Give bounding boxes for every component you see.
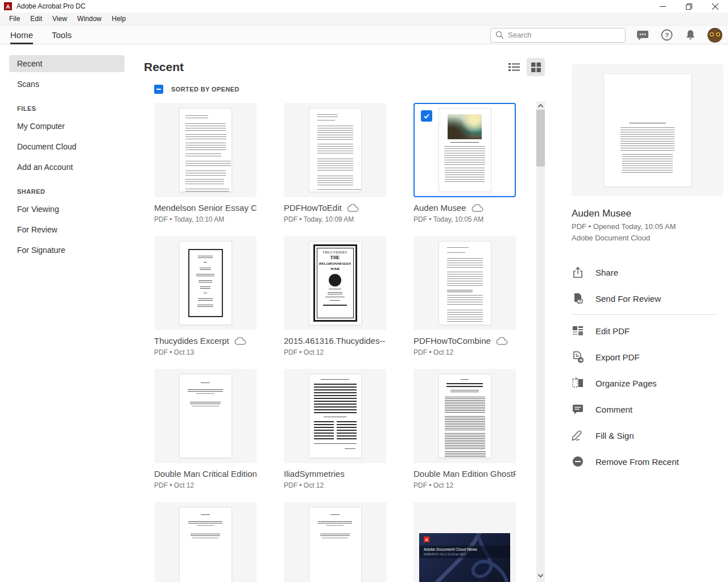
- help-icon[interactable]: ?: [660, 28, 673, 42]
- sidebar-header-files: FILES: [17, 105, 135, 112]
- file-name[interactable]: Double Man Critical Edition ...: [154, 469, 257, 479]
- menu-window[interactable]: Window: [72, 13, 107, 24]
- action-label: Organize Pages: [595, 379, 657, 388]
- action-label: Fill & Sign: [595, 431, 634, 440]
- menu-help[interactable]: Help: [107, 13, 131, 24]
- file-card-auden-musee: Auden Musee PDF • Today, 10:05 AM: [413, 103, 516, 223]
- news-subtitle: EMBARGO: Oct 2 12:00 am EDT: [424, 552, 510, 556]
- sidebar-item-document-cloud[interactable]: Document Cloud: [9, 138, 125, 155]
- sidebar-item-for-review[interactable]: For Review: [9, 221, 125, 238]
- file-preview: [572, 64, 723, 196]
- grid-view-button[interactable]: [527, 58, 545, 76]
- file-meta: PDF • Oct 12: [284, 481, 386, 489]
- cloud-icon: [496, 337, 508, 345]
- sidebar-item-for-viewing[interactable]: For Viewing: [9, 201, 125, 218]
- cloud-icon: [347, 204, 359, 212]
- sidebar-item-recent[interactable]: Recent: [9, 55, 125, 72]
- acrobat-window: Adobe Acrobat Pro DC File Edit View Wind…: [0, 0, 728, 582]
- file-thumbnail[interactable]: [284, 502, 386, 582]
- painting-thumbnail: [448, 114, 482, 139]
- file-name[interactable]: Thucydides Excerpt: [154, 336, 229, 346]
- file-thumbnail[interactable]: [154, 236, 257, 330]
- file-name[interactable]: IliadSymmetries: [284, 469, 345, 479]
- file-name[interactable]: PDFHowToCombine: [413, 336, 491, 346]
- restore-button[interactable]: [676, 0, 702, 13]
- cloud-icon: [234, 337, 246, 345]
- file-name[interactable]: Double Man Edition GhostP: [413, 469, 516, 479]
- file-name[interactable]: PDFHowToEdit: [284, 203, 342, 213]
- adobe-logo: [424, 537, 429, 542]
- scrollbar-thumb[interactable]: [536, 110, 545, 167]
- menu-view[interactable]: View: [47, 13, 72, 24]
- file-card-thucydides-excerpt: Thucydides Excerpt PDF • Oct 13: [154, 236, 257, 356]
- remove-from-recent-icon: [572, 456, 584, 467]
- user-avatar[interactable]: [708, 28, 722, 43]
- file-thumbnail[interactable]: [284, 103, 386, 197]
- svg-text:?: ?: [665, 32, 669, 39]
- file-thumbnail[interactable]: [413, 236, 516, 330]
- file-thumbnail[interactable]: [154, 369, 257, 463]
- sidebar: Recent Scans FILES My Computer Document …: [0, 44, 135, 582]
- file-thumbnail[interactable]: Adobe Document Cloud News EMBARGO: Oct 2…: [413, 502, 516, 582]
- sidebar-item-my-computer[interactable]: My Computer: [9, 118, 125, 135]
- news-title: Adobe Document Cloud News: [424, 547, 510, 551]
- menu-edit[interactable]: Edit: [25, 13, 47, 24]
- indeterminate-icon: [156, 86, 162, 92]
- action-edit-pdf[interactable]: Edit PDF: [572, 318, 723, 344]
- file-thumbnail[interactable]: [284, 369, 386, 463]
- scroll-down-arrow[interactable]: [536, 571, 545, 580]
- sidebar-item-for-signature[interactable]: For Signature: [9, 242, 125, 259]
- tab-tools[interactable]: Tools: [52, 26, 72, 44]
- grid-view-icon: [531, 63, 541, 72]
- list-view-button[interactable]: [505, 58, 523, 76]
- file-card-double-man-ghostp: Double Man Edition GhostP PDF • Oct 12: [413, 369, 516, 489]
- file-name[interactable]: 2015.461316.Thucydides--: [284, 336, 385, 346]
- sidebar-header-shared: SHARED: [17, 188, 135, 195]
- file-card-partial-1: [154, 502, 257, 582]
- details-meta: PDF • Opened Today, 10:05 AM: [572, 222, 723, 231]
- file-thumbnail[interactable]: [154, 103, 257, 197]
- sidebar-item-scans[interactable]: Scans: [9, 76, 125, 93]
- action-list: Share Send For Review Edit PDF: [572, 259, 723, 475]
- file-card-document-cloud-news: Adobe Document Cloud News EMBARGO: Oct 2…: [413, 502, 516, 582]
- action-share[interactable]: Share: [572, 259, 723, 285]
- recent-files-panel: Recent SORTED BY OPENED: [135, 44, 545, 582]
- file-thumbnail[interactable]: [154, 502, 257, 582]
- cover-line-2: THE: [315, 255, 355, 260]
- fill-sign-icon: [572, 430, 584, 441]
- news-banner: Adobe Document Cloud News EMBARGO: Oct 2…: [419, 533, 510, 582]
- sidebar-item-add-account[interactable]: Add an Account: [9, 159, 125, 176]
- feedback-chat-icon[interactable]: [636, 28, 650, 42]
- action-label: Edit PDF: [595, 326, 630, 336]
- action-fill-sign[interactable]: Fill & Sign: [572, 422, 723, 448]
- file-thumbnail-selected[interactable]: [413, 103, 516, 197]
- file-name[interactable]: Mendelson Senior Essay Co...: [154, 203, 257, 213]
- acrobat-app-icon: [4, 2, 12, 10]
- file-meta: PDF • Oct 12: [413, 348, 516, 356]
- select-all-checkbox[interactable]: [154, 85, 163, 94]
- file-card-partial-2: [284, 502, 386, 582]
- action-export-pdf[interactable]: Export PDF: [572, 344, 723, 370]
- action-organize-pages[interactable]: Organize Pages: [572, 370, 723, 396]
- file-thumbnail[interactable]: [413, 369, 516, 463]
- file-thumbnail[interactable]: THUCYDIDES THE PELOPONNESIAN WAR: [284, 236, 386, 330]
- scroll-up-arrow[interactable]: [536, 101, 545, 110]
- cover-line-1: THUCYDIDES: [315, 251, 355, 254]
- tab-home[interactable]: Home: [10, 26, 33, 44]
- notifications-bell-icon[interactable]: [684, 28, 697, 42]
- action-comment[interactable]: Comment: [572, 396, 723, 422]
- action-label: Comment: [595, 405, 632, 414]
- minimize-button[interactable]: [650, 0, 676, 13]
- menu-file[interactable]: File: [4, 13, 25, 24]
- file-checkbox[interactable]: [421, 110, 432, 122]
- tab-bar: Home Tools ?: [0, 26, 728, 44]
- file-card-pdfhowtocombine: PDFHowToCombine PDF • Oct 12: [413, 236, 516, 356]
- close-button[interactable]: [702, 0, 728, 13]
- action-send-for-review[interactable]: Send For Review: [572, 285, 723, 311]
- details-panel: Auden Musee PDF • Opened Today, 10:05 AM…: [545, 44, 728, 582]
- file-name[interactable]: Auden Musee: [413, 203, 466, 213]
- organize-pages-icon: [572, 377, 584, 389]
- action-remove-from-recent[interactable]: Remove From Recent: [572, 448, 723, 475]
- sort-label[interactable]: SORTED BY OPENED: [171, 86, 239, 93]
- search-input[interactable]: [508, 31, 621, 39]
